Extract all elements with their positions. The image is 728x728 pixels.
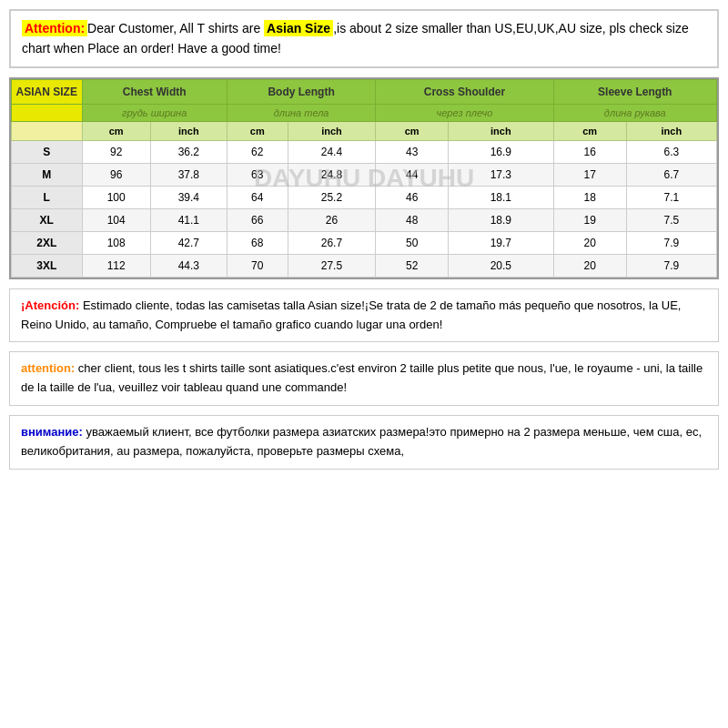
table-cell: 2XL bbox=[12, 231, 83, 254]
attention-box: Attention:Dear Customer, All T shirts ar… bbox=[9, 9, 719, 68]
table-cell: 50 bbox=[376, 231, 449, 254]
table-cell: 42.7 bbox=[150, 231, 227, 254]
table-cell: 104 bbox=[82, 208, 150, 231]
table-cell: 62 bbox=[227, 140, 288, 163]
attention-text1: Dear Customer, All T shirts are bbox=[87, 21, 260, 35]
table-row: 3XL11244.37027.55220.5207.9 bbox=[12, 254, 717, 277]
table-cell: 7.9 bbox=[626, 231, 716, 254]
table-cell: 68 bbox=[227, 231, 288, 254]
size-table: ASIAN SIZE Chest Width Body Length Cross… bbox=[11, 79, 717, 278]
table-cell: 18 bbox=[553, 186, 626, 208]
table-cell: 16 bbox=[553, 140, 626, 163]
unit-inch2: inch bbox=[288, 121, 376, 140]
table-row: 2XL10842.76826.75019.7207.9 bbox=[12, 231, 717, 254]
table-cell: 20 bbox=[553, 254, 626, 277]
table-cell: 92 bbox=[82, 140, 150, 163]
header-cross-shoulder: Cross Shoulder bbox=[376, 79, 553, 104]
table-cell: 52 bbox=[376, 254, 449, 277]
table-cell: 26 bbox=[288, 208, 376, 231]
table-cell: 20 bbox=[553, 231, 626, 254]
table-cell: 48 bbox=[376, 208, 449, 231]
spanish-notice: ¡Atención: Estimado cliente, todas las c… bbox=[9, 288, 719, 343]
header-row: ASIAN SIZE Chest Width Body Length Cross… bbox=[12, 79, 717, 104]
table-cell: XL bbox=[12, 208, 83, 231]
table-cell: 108 bbox=[82, 231, 150, 254]
table-cell: 20.5 bbox=[449, 254, 553, 277]
table-cell: M bbox=[12, 163, 83, 186]
spanish-label: ¡Atención: bbox=[21, 298, 79, 312]
table-cell: 3XL bbox=[12, 254, 83, 277]
russian-chest: грудь ширина bbox=[82, 104, 227, 121]
table-row: S9236.26224.44316.9166.3 bbox=[12, 140, 717, 163]
russian-label: внимание: bbox=[21, 425, 83, 439]
header-chest-width: Chest Width bbox=[82, 79, 227, 104]
russian-notice: внимание: уважаемый клиент, все футболки… bbox=[9, 415, 719, 470]
table-cell: 18.9 bbox=[449, 208, 553, 231]
table-cell: 96 bbox=[82, 163, 150, 186]
table-row: XL10441.166264818.9197.5 bbox=[12, 208, 717, 231]
table-cell: 64 bbox=[227, 186, 288, 208]
unit-cm3: cm bbox=[376, 121, 449, 140]
russian-text: уважаемый клиент, все футболки размера а… bbox=[21, 425, 702, 458]
table-cell: S bbox=[12, 140, 83, 163]
table-cell: 7.1 bbox=[626, 186, 716, 208]
table-cell: 6.7 bbox=[626, 163, 716, 186]
table-cell: 39.4 bbox=[150, 186, 227, 208]
unit-cm4: cm bbox=[553, 121, 626, 140]
table-cell: 24.4 bbox=[288, 140, 376, 163]
table-cell: 7.5 bbox=[626, 208, 716, 231]
unit-inch3: inch bbox=[449, 121, 553, 140]
russian-col0 bbox=[12, 104, 83, 121]
table-cell: 70 bbox=[227, 254, 288, 277]
size-table-wrapper: DAYUHU DAYUHU ASIAN SIZE Chest Width Bod… bbox=[9, 77, 719, 279]
table-cell: 112 bbox=[82, 254, 150, 277]
table-cell: 17.3 bbox=[449, 163, 553, 186]
table-cell: 25.2 bbox=[288, 186, 376, 208]
table-cell: 43 bbox=[376, 140, 449, 163]
table-row: L10039.46425.24618.1187.1 bbox=[12, 186, 717, 208]
asian-size-highlight: Asian Size bbox=[264, 20, 333, 36]
table-row: M9637.86324.84417.3176.7 bbox=[12, 163, 717, 186]
table-cell: 27.5 bbox=[288, 254, 376, 277]
spanish-text: Estimado cliente, todas las camisetas ta… bbox=[21, 298, 681, 331]
table-cell: 16.9 bbox=[449, 140, 553, 163]
table-cell: L bbox=[12, 186, 83, 208]
table-cell: 36.2 bbox=[150, 140, 227, 163]
table-cell: 24.8 bbox=[288, 163, 376, 186]
table-cell: 17 bbox=[553, 163, 626, 186]
table-cell: 19.7 bbox=[449, 231, 553, 254]
russian-sleeve: длина рукава bbox=[553, 104, 716, 121]
table-body: S9236.26224.44316.9166.3M9637.86324.8441… bbox=[12, 140, 717, 277]
unit-inch1: inch bbox=[150, 121, 227, 140]
table-cell: 6.3 bbox=[626, 140, 716, 163]
french-notice: attention: cher client, tous les t shirt… bbox=[9, 351, 719, 406]
unit-cm1: cm bbox=[82, 121, 150, 140]
table-cell: 63 bbox=[227, 163, 288, 186]
table-cell: 44 bbox=[376, 163, 449, 186]
header-body-length: Body Length bbox=[227, 79, 375, 104]
header-sleeve-length: Sleeve Length bbox=[553, 79, 716, 104]
french-text: cher client, tous les t shirts taille so… bbox=[21, 361, 703, 394]
unit-empty bbox=[12, 121, 83, 140]
table-cell: 19 bbox=[553, 208, 626, 231]
table-cell: 66 bbox=[227, 208, 288, 231]
table-cell: 44.3 bbox=[150, 254, 227, 277]
table-cell: 41.1 bbox=[150, 208, 227, 231]
table-cell: 26.7 bbox=[288, 231, 376, 254]
french-label: attention: bbox=[21, 361, 75, 375]
attention-label: Attention: bbox=[22, 20, 87, 36]
table-cell: 18.1 bbox=[449, 186, 553, 208]
russian-body: длина тела bbox=[227, 104, 375, 121]
unit-inch4: inch bbox=[626, 121, 716, 140]
header-asian-size: ASIAN SIZE bbox=[12, 79, 83, 104]
table-cell: 46 bbox=[376, 186, 449, 208]
russian-header-row: грудь ширина длина тела через плечо длин… bbox=[12, 104, 717, 121]
table-cell: 37.8 bbox=[150, 163, 227, 186]
table-cell: 7.9 bbox=[626, 254, 716, 277]
unit-row: cm inch cm inch cm inch cm inch bbox=[12, 121, 717, 140]
russian-shoulder: через плечо bbox=[376, 104, 553, 121]
table-cell: 100 bbox=[82, 186, 150, 208]
unit-cm2: cm bbox=[227, 121, 288, 140]
